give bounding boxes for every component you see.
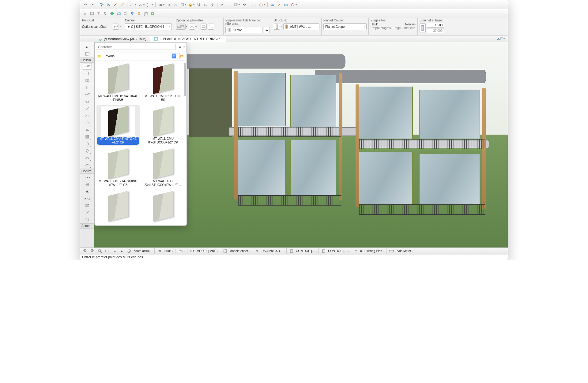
- box-icon[interactable]: [179, 2, 185, 8]
- slab-tool[interactable]: [83, 98, 92, 105]
- folder-select[interactable]: 📁 Favoris ▲▼: [96, 53, 178, 59]
- ortho2-icon[interactable]: [102, 10, 108, 17]
- model-value[interactable]: MODEL | VBE: [197, 249, 216, 253]
- chevron-icon[interactable]: ›: [120, 25, 121, 28]
- doc-icon[interactable]: [288, 248, 295, 254]
- zoom-label[interactable]: Zoom actuel: [134, 249, 150, 253]
- favorite-icon[interactable]: ☆: [82, 10, 88, 17]
- beam-tool[interactable]: [83, 91, 92, 98]
- favorite-card[interactable]: MT WALL CMU 8" NATURAL FINISH: [96, 63, 140, 103]
- favorite-card[interactable]: [96, 190, 140, 224]
- marquee-tool[interactable]: [83, 50, 92, 57]
- suspend-icon[interactable]: [226, 2, 232, 8]
- doc2-icon[interactable]: [321, 248, 327, 254]
- next-view-icon[interactable]: ▸: [119, 248, 125, 254]
- geom-opt3[interactable]: [201, 24, 207, 30]
- viewport[interactable]: ⚙▾ 📁 Favoris ▲▼ 📂 MT WALL CMU 8" NATURAL…: [94, 42, 508, 247]
- favorite-card[interactable]: MT WALL CMU 8"+STONE +1/2" CP: [96, 105, 140, 146]
- level-tool[interactable]: [83, 181, 92, 188]
- pan-icon[interactable]: [104, 248, 110, 254]
- calque-select[interactable]: 👁C | SITE | B...OPCION 1›: [125, 23, 172, 30]
- window-tool[interactable]: [83, 77, 92, 84]
- measure-icon[interactable]: [129, 2, 135, 8]
- xy-icon[interactable]: x↔y: [146, 2, 152, 8]
- stair-tool[interactable]: [83, 105, 92, 112]
- morph-icon[interactable]: [270, 2, 276, 8]
- door-tool[interactable]: [83, 70, 92, 77]
- fill-tool[interactable]: [83, 202, 92, 209]
- plan-status-value[interactable]: 01 Existing Plan: [360, 249, 382, 253]
- grid-icon[interactable]: ⊞: [157, 2, 164, 8]
- refline-flip[interactable]: ⇆: [264, 27, 270, 33]
- tab-plan[interactable]: 1. PLAN DE NIVEAU ENTREE PRINCIP...: [150, 35, 226, 42]
- favorite-card[interactable]: MT WALL CMU 8"+STONE BS: [141, 63, 185, 103]
- wall-tool[interactable]: [83, 63, 92, 70]
- zoom-out-icon[interactable]: [82, 248, 88, 254]
- plane-icon[interactable]: [172, 2, 179, 8]
- edit-icon[interactable]: [276, 2, 282, 8]
- angle-icon[interactable]: [138, 2, 144, 8]
- zoom-fit-icon[interactable]: [97, 248, 103, 254]
- dim-icon[interactable]: 1.2: [202, 2, 209, 8]
- pick-icon[interactable]: [99, 2, 105, 8]
- partial-icon[interactable]: [222, 248, 228, 254]
- scrollbar[interactable]: [184, 63, 186, 96]
- haut-value[interactable]: Non lié: [405, 23, 415, 26]
- magnet-icon[interactable]: [196, 2, 202, 8]
- layers-status-icon[interactable]: [189, 248, 195, 254]
- refline-select[interactable]: Centre›: [225, 27, 262, 33]
- morph2-tool[interactable]: [83, 162, 92, 168]
- cut-icon[interactable]: ✂: [219, 2, 225, 8]
- condoc2-value[interactable]: CON DOC |...: [328, 249, 347, 253]
- marquee-icon[interactable]: [251, 2, 257, 8]
- modele-value[interactable]: Modèle entier: [229, 249, 248, 253]
- new-folder-button[interactable]: 📂: [179, 53, 185, 59]
- lock-icon[interactable]: 🔒: [187, 2, 194, 8]
- redo-icon[interactable]: ↷: [89, 2, 95, 8]
- open-icon[interactable]: [116, 10, 122, 17]
- favorite-card[interactable]: MT WALL CMU 8"+STUCCO+1/2" CP: [141, 105, 185, 146]
- rotate-icon[interactable]: ⟲: [241, 2, 247, 8]
- favorite-card[interactable]: MT WALL EXT 2X4+STUCCO+PW+1/2" ...: [141, 148, 185, 188]
- home-zoom-icon[interactable]: [126, 248, 132, 254]
- geom-opt4[interactable]: [208, 24, 214, 30]
- home-icon[interactable]: [258, 2, 264, 8]
- label-tool[interactable]: ↙A1: [83, 195, 92, 202]
- snap-icon[interactable]: ◇: [166, 2, 172, 8]
- north-icon[interactable]: [353, 248, 359, 254]
- column-tool[interactable]: [83, 84, 92, 91]
- tab-3d[interactable]: (!) Bedroom view [3D / Tous]: [94, 35, 150, 42]
- mesh-tool[interactable]: [83, 154, 92, 161]
- rotate-icon[interactable]: ⟲: [156, 248, 163, 254]
- ortho-icon[interactable]: ⊹: [209, 2, 215, 8]
- curtain-tool[interactable]: [83, 133, 92, 140]
- sommet-bot-input[interactable]: [427, 28, 444, 33]
- cloud-icon[interactable]: [283, 2, 289, 8]
- geom-opt2[interactable]: [189, 24, 195, 30]
- paint-icon[interactable]: [129, 10, 135, 17]
- sommet-top-input[interactable]: [427, 23, 444, 28]
- copy-icon[interactable]: [123, 10, 129, 17]
- struct-icon1[interactable]: [274, 24, 280, 30]
- globe-icon[interactable]: [109, 10, 115, 17]
- circle-tool[interactable]: [83, 216, 92, 223]
- principal-thumb[interactable]: [113, 24, 119, 30]
- meter-value[interactable]: Plain Meter: [396, 249, 411, 253]
- gear-icon[interactable]: ⚙: [177, 44, 183, 50]
- trace-icon[interactable]: [233, 2, 239, 8]
- structure-select[interactable]: AMT | WALL-...›: [283, 23, 319, 30]
- favorite-card[interactable]: [141, 190, 185, 224]
- layers-value[interactable]: US ArchiCAD...: [262, 249, 282, 253]
- favorite-card[interactable]: MT WALL EXT 2X4+SIDING +PW+1/2" GB: [96, 148, 140, 188]
- line-tool[interactable]: [83, 209, 92, 216]
- geom-opt1[interactable]: [176, 24, 186, 30]
- bucket-icon[interactable]: [136, 10, 142, 17]
- scale-value[interactable]: 1:50: [177, 249, 183, 253]
- layers-icon[interactable]: [96, 10, 102, 17]
- view-mode-select[interactable]: ▾: [496, 37, 508, 41]
- angle-value[interactable]: 0,00°: [164, 249, 171, 253]
- zoom-in-icon[interactable]: [89, 248, 96, 254]
- rainbow-icon[interactable]: [149, 10, 156, 17]
- prev-view-icon[interactable]: ◂: [111, 248, 118, 254]
- wand-icon[interactable]: [112, 2, 119, 8]
